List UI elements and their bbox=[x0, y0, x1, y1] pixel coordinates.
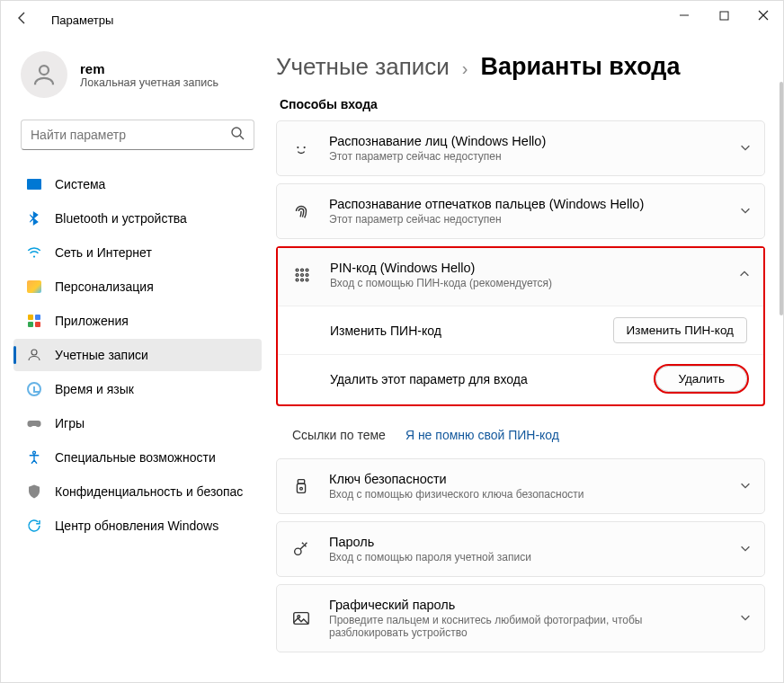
nav-windows-update[interactable]: Центр обновления Windows bbox=[13, 510, 262, 542]
nav-label: Игры bbox=[55, 416, 85, 430]
svg-point-16 bbox=[296, 279, 298, 281]
svg-point-10 bbox=[296, 269, 298, 271]
svg-point-11 bbox=[301, 269, 304, 271]
card-password[interactable]: Пароль Вход с помощью пароля учетной зап… bbox=[276, 521, 765, 577]
nav-label: Система bbox=[55, 177, 105, 191]
svg-point-22 bbox=[295, 548, 301, 554]
breadcrumb-current: Варианты входа bbox=[480, 53, 680, 81]
svg-point-2 bbox=[40, 66, 49, 75]
scrollbar-thumb[interactable] bbox=[780, 82, 783, 315]
remove-pin-label: Удалить этот параметр для входа bbox=[330, 372, 528, 386]
related-label: Ссылки по теме bbox=[292, 428, 386, 442]
window-controls bbox=[664, 1, 783, 30]
profile-block[interactable]: rem Локальная учетная запись bbox=[12, 42, 263, 116]
card-title: Распознавание лиц (Windows Hello) bbox=[329, 134, 723, 148]
key-icon bbox=[290, 539, 313, 559]
nav-system[interactable]: Система bbox=[13, 168, 262, 200]
minimize-button[interactable] bbox=[664, 1, 704, 30]
chevron-up-icon bbox=[738, 268, 751, 283]
section-title: Способы входа bbox=[280, 97, 765, 111]
svg-point-8 bbox=[297, 146, 298, 148]
svg-rect-1 bbox=[720, 12, 728, 20]
main-content: Учетные записи › Варианты входа Способы … bbox=[271, 39, 783, 682]
nav-accounts[interactable]: Учетные записи bbox=[13, 339, 262, 371]
profile-name: rem bbox=[80, 61, 218, 76]
row-remove-pin: Удалить этот параметр для входа Удалить bbox=[278, 354, 763, 403]
card-subtitle: Этот параметр сейчас недоступен bbox=[329, 150, 723, 163]
row-change-pin: Изменить ПИН-код Изменить ПИН-код bbox=[278, 306, 763, 354]
remove-pin-button[interactable]: Удалить bbox=[655, 366, 747, 392]
card-title: Графический пароль bbox=[329, 598, 723, 612]
card-subtitle: Проведите пальцем и коснитесь любимой фо… bbox=[329, 614, 723, 639]
update-icon bbox=[26, 518, 42, 534]
security-key-icon bbox=[290, 476, 313, 496]
card-picture-password[interactable]: Графический пароль Проведите пальцем и к… bbox=[276, 584, 765, 652]
bluetooth-icon bbox=[26, 210, 42, 226]
settings-window: Параметры rem Локальная учетная запись bbox=[0, 0, 784, 683]
maximize-button[interactable] bbox=[704, 1, 744, 30]
svg-line-4 bbox=[240, 136, 244, 139]
close-button[interactable] bbox=[744, 1, 783, 30]
nav-label: Центр обновления Windows bbox=[55, 519, 218, 533]
chevron-down-icon bbox=[739, 611, 752, 626]
wifi-icon bbox=[26, 244, 42, 261]
svg-point-14 bbox=[301, 274, 304, 277]
titlebar: Параметры bbox=[1, 1, 783, 39]
svg-point-18 bbox=[306, 279, 308, 281]
card-subtitle: Вход с помощью ПИН-кода (рекомендуется) bbox=[330, 277, 722, 289]
nav-label: Конфиденциальность и безопасность bbox=[55, 484, 244, 499]
time-icon bbox=[26, 381, 42, 397]
personalization-icon bbox=[26, 279, 42, 295]
keypad-icon bbox=[290, 265, 314, 285]
search-icon bbox=[230, 126, 245, 144]
nav-network[interactable]: Сеть и Интернет bbox=[13, 236, 262, 269]
nav-gaming[interactable]: Игры bbox=[13, 407, 262, 439]
card-pin[interactable]: PIN-код (Windows Hello) Вход с помощью П… bbox=[278, 248, 763, 306]
avatar bbox=[21, 51, 67, 98]
card-subtitle: Вход с помощью физического ключа безопас… bbox=[329, 488, 723, 501]
breadcrumb-separator: › bbox=[462, 58, 468, 79]
nav-time-language[interactable]: Время и язык bbox=[13, 373, 262, 405]
card-security-key[interactable]: Ключ безопасности Вход с помощью физичес… bbox=[276, 458, 765, 514]
search-box[interactable] bbox=[21, 120, 254, 150]
change-pin-button[interactable]: Изменить ПИН-код bbox=[613, 317, 747, 343]
svg-point-17 bbox=[301, 279, 304, 281]
nav-label: Персонализация bbox=[55, 279, 154, 294]
face-icon bbox=[290, 138, 313, 158]
apps-icon bbox=[26, 313, 42, 329]
accounts-icon bbox=[26, 347, 42, 363]
svg-point-5 bbox=[33, 255, 35, 257]
highlighted-region: PIN-код (Windows Hello) Вход с помощью П… bbox=[276, 246, 765, 406]
chevron-down-icon bbox=[739, 141, 752, 156]
fingerprint-icon bbox=[290, 201, 313, 221]
back-button[interactable] bbox=[8, 11, 37, 29]
search-input[interactable] bbox=[31, 128, 230, 142]
nav-personalization[interactable]: Персонализация bbox=[13, 271, 262, 303]
card-title: Пароль bbox=[329, 535, 723, 549]
nav-list: Система Bluetooth и устройства Сеть и Ин… bbox=[12, 168, 263, 542]
chevron-down-icon bbox=[739, 542, 752, 557]
card-face-recognition[interactable]: Распознавание лиц (Windows Hello) Этот п… bbox=[276, 120, 765, 176]
chevron-down-icon bbox=[739, 204, 752, 219]
forgot-pin-link[interactable]: Я не помню свой ПИН-код bbox=[405, 428, 559, 442]
card-fingerprint[interactable]: Распознавание отпечатков пальцев (Window… bbox=[276, 183, 765, 239]
chevron-down-icon bbox=[739, 479, 752, 494]
sidebar: rem Локальная учетная запись Система Blu… bbox=[1, 39, 271, 682]
card-subtitle: Этот параметр сейчас недоступен bbox=[329, 213, 723, 226]
picture-icon bbox=[290, 608, 313, 628]
nav-accessibility[interactable]: Специальные возможности bbox=[13, 441, 262, 474]
nav-bluetooth[interactable]: Bluetooth и устройства bbox=[13, 202, 262, 235]
system-icon bbox=[26, 176, 42, 192]
svg-point-3 bbox=[232, 128, 241, 137]
svg-point-6 bbox=[31, 350, 37, 355]
nav-apps[interactable]: Приложения bbox=[13, 305, 262, 337]
card-title: PIN-код (Windows Hello) bbox=[330, 261, 722, 275]
breadcrumb-parent[interactable]: Учетные записи bbox=[276, 53, 450, 81]
svg-rect-20 bbox=[297, 483, 305, 492]
change-pin-label: Изменить ПИН-код bbox=[330, 324, 441, 338]
privacy-icon bbox=[26, 483, 42, 500]
breadcrumb: Учетные записи › Варианты входа bbox=[276, 53, 765, 81]
nav-privacy[interactable]: Конфиденциальность и безопасность bbox=[13, 475, 262, 508]
svg-point-9 bbox=[304, 146, 306, 148]
nav-label: Приложения bbox=[55, 314, 129, 328]
